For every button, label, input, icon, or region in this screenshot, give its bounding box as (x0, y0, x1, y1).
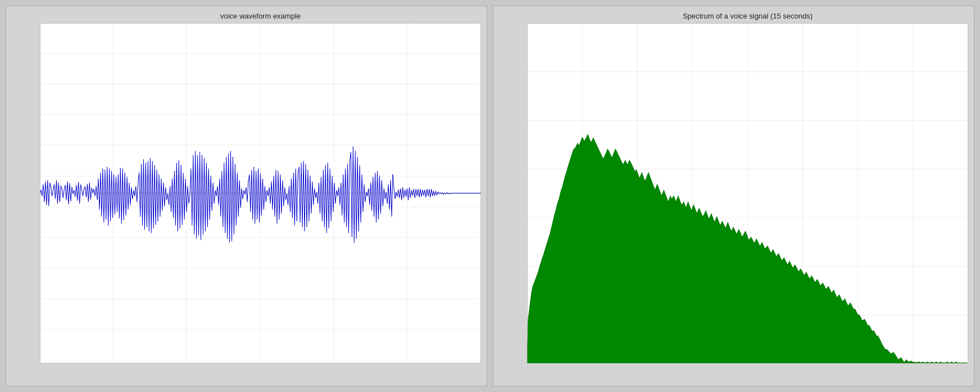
waveform-title: voice waveform example (220, 12, 301, 20)
waveform-svg (40, 23, 481, 363)
waveform-panel: voice waveform example 0.5 0.4 0.3 0.2 0… (6, 6, 487, 386)
spectrum-title: Spectrum of a voice signal (15 seconds) (683, 12, 813, 20)
spectrum-svg (527, 23, 968, 363)
main-container: voice waveform example 0.5 0.4 0.3 0.2 0… (0, 0, 980, 392)
spectrum-chart-area: decibels 70 60 50 40 30 20 10 0 0 500 10… (527, 23, 968, 363)
waveform-chart-area: 0.5 0.4 0.3 0.2 0.1 0 -0.1 -0.2 -0.3 -0.… (40, 23, 481, 363)
spectrum-panel: Spectrum of a voice signal (15 seconds) … (493, 6, 974, 386)
